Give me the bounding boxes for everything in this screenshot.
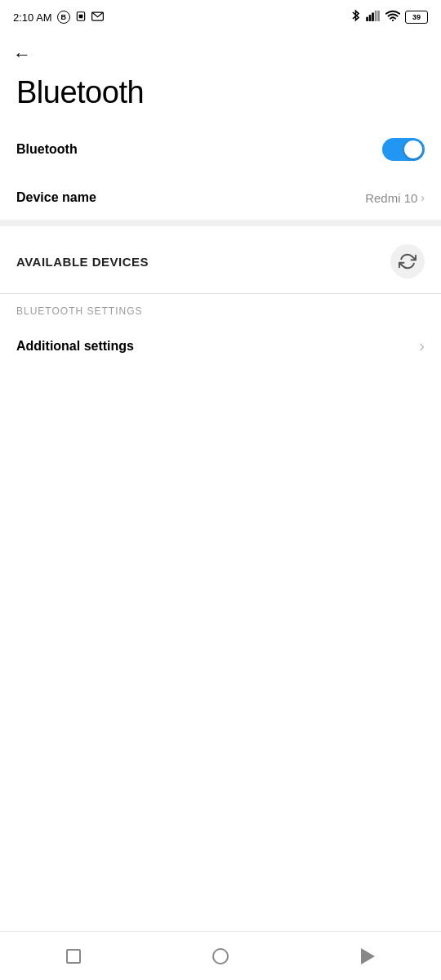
svg-rect-7 — [377, 11, 380, 21]
additional-settings-row[interactable]: Additional settings › — [0, 322, 441, 370]
additional-settings-label: Additional settings — [16, 339, 134, 354]
home-icon — [212, 948, 229, 964]
signal-icon — [366, 10, 381, 24]
svg-rect-6 — [375, 11, 377, 21]
status-time: 2:10 AM — [13, 11, 52, 24]
nav-bar — [0, 931, 441, 980]
additional-settings-chevron: › — [419, 336, 425, 355]
recent-apps-icon — [66, 949, 81, 964]
svg-rect-3 — [366, 17, 368, 21]
mail-icon — [91, 11, 104, 24]
thick-divider — [0, 220, 441, 226]
sim-icon — [75, 11, 87, 24]
bluetooth-status-icon — [350, 9, 361, 25]
chevron-right-icon: › — [421, 191, 425, 204]
home-button[interactable] — [196, 940, 245, 973]
back-nav-button[interactable] — [343, 940, 392, 973]
recent-apps-button[interactable] — [49, 940, 98, 973]
device-name-label: Device name — [16, 190, 96, 205]
device-name-value-row: Redmi 10 › — [365, 191, 425, 205]
bluetooth-toggle-label: Bluetooth — [16, 142, 78, 157]
toggle-thumb — [404, 140, 422, 158]
device-name-row[interactable]: Device name Redmi 10 › — [0, 176, 441, 220]
available-devices-label: AVAILABLE DEVICES — [16, 255, 149, 269]
svg-rect-5 — [372, 13, 374, 22]
refresh-icon — [399, 252, 416, 270]
bluetooth-toggle-row[interactable]: Bluetooth — [0, 123, 441, 176]
refresh-button[interactable] — [390, 244, 425, 278]
available-devices-header: AVAILABLE DEVICES — [0, 226, 441, 293]
device-name-value: Redmi 10 — [365, 191, 417, 205]
bluetooth-toggle-switch[interactable] — [382, 138, 425, 161]
battery-level: 39 — [412, 13, 421, 21]
back-row: ← — [0, 33, 441, 69]
page-title: Bluetooth — [0, 69, 441, 123]
svg-rect-1 — [78, 14, 82, 18]
b-icon: B — [57, 11, 70, 24]
svg-point-8 — [392, 20, 394, 21]
battery-icon: 39 — [405, 11, 428, 24]
status-bar: 2:10 AM B — [0, 0, 441, 33]
status-right-icons: 39 — [350, 9, 428, 25]
back-nav-icon — [361, 948, 375, 964]
wifi-icon — [385, 10, 400, 24]
back-button[interactable]: ← — [13, 44, 31, 65]
svg-rect-4 — [369, 15, 372, 21]
bluetooth-settings-section-label: BLUETOOTH SETTINGS — [0, 294, 441, 322]
